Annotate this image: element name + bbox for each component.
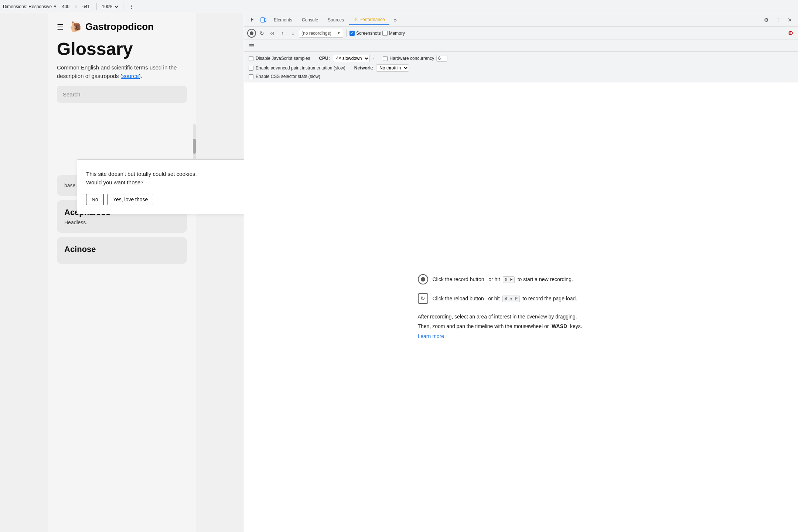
svg-rect-1 <box>265 19 266 21</box>
reload-record-btn[interactable]: ↻ <box>258 29 266 38</box>
cookie-buttons: No Yes, love those <box>86 194 244 205</box>
scrollbar-thumb[interactable] <box>193 139 196 154</box>
after-text-1: After recording, select an area of inter… <box>418 313 577 321</box>
load-profile-btn[interactable]: ↑ <box>278 29 287 38</box>
screenshots-label: Screenshots <box>356 31 381 36</box>
hardware-concurrency-checkbox[interactable] <box>383 56 388 61</box>
cpu-label: CPU: <box>319 56 330 61</box>
cursor-tool-btn[interactable] <box>247 15 258 25</box>
description-after: ). <box>139 73 142 79</box>
tab-elements[interactable]: Elements <box>269 15 297 25</box>
hamburger-icon[interactable]: ☰ <box>57 23 64 31</box>
recordings-placeholder: (no recordings) <box>301 31 331 36</box>
browser-content: ☰ 🐌 Gastropodicon Glossary Common Englis… <box>0 13 244 532</box>
device-toolbar-btn[interactable] <box>258 15 269 25</box>
zoom-select[interactable]: 100% 75% 50% <box>100 4 119 10</box>
page-title: Glossary <box>57 39 187 59</box>
page-description: Common English and scientific terms used… <box>57 64 187 80</box>
learn-more-link[interactable]: Learn more <box>418 332 444 340</box>
cookie-text: This site doesn't but totally could set … <box>86 170 244 187</box>
network-select[interactable]: No throttlin <box>376 64 409 72</box>
screenshots-checkbox[interactable]: ✓ <box>349 31 355 36</box>
record-text-middle: or hit <box>488 276 500 282</box>
devtools-panel: Elements Console Sources ⚠ Performance »… <box>244 13 798 532</box>
tab-elements-label: Elements <box>274 17 292 23</box>
tab-console[interactable]: Console <box>297 15 323 25</box>
record-dot <box>250 31 253 35</box>
hardware-concurrency-toggle[interactable]: Hardware concurrency <box>383 55 448 62</box>
site-header: ☰ 🐌 Gastropodicon <box>48 13 196 39</box>
devtools-main: Click the record button or hit ⌘ E to st… <box>244 82 798 532</box>
settings-row-3: Enable CSS selector stats (slow) <box>249 74 794 79</box>
record-button[interactable] <box>247 29 256 38</box>
memory-toggle[interactable]: Memory <box>382 31 405 36</box>
settings-row-1: Disable JavaScript samples CPU: 4× slowd… <box>249 55 794 62</box>
advanced-paint-toggle[interactable]: Enable advanced paint instrumentation (s… <box>249 65 345 71</box>
memory-label: Memory <box>389 31 405 36</box>
toolbar-divider-v <box>346 30 347 37</box>
more-tabs-btn[interactable]: » <box>390 15 400 25</box>
cpu-group: CPU: 4× slowdown · <box>319 55 374 62</box>
record-instruction-text: Click the record button or hit ⌘ E to st… <box>433 275 573 283</box>
tab-performance[interactable]: ⚠ Performance <box>349 15 389 25</box>
dimensions-label: Dimensions: Responsive ▼ <box>3 4 57 9</box>
performance-warning-icon: ⚠ <box>354 17 358 22</box>
tab-performance-label: Performance <box>359 17 385 22</box>
close-devtools-btn[interactable]: ✕ <box>785 15 795 25</box>
site-title: Gastropodicon <box>85 21 154 33</box>
reload-text-middle: or hit <box>488 296 499 301</box>
devtools-settings: Disable JavaScript samples CPU: 4× slowd… <box>244 52 798 82</box>
after-text-3: keys. <box>570 323 582 329</box>
record-text-before: Click the record button <box>433 276 484 282</box>
cookie-banner: This site doesn't but totally could set … <box>77 159 244 214</box>
capture-settings-btn[interactable]: ⚙ <box>786 29 795 38</box>
svg-rect-2 <box>249 44 254 45</box>
hardware-concurrency-label: Hardware concurrency <box>390 56 434 61</box>
recording-toolbar: ↻ ⊘ ↑ ↓ (no recordings) ▼ ✓ Screenshots … <box>244 27 798 40</box>
record-icon-inline <box>418 274 428 284</box>
cookie-yes-button[interactable]: Yes, love those <box>108 194 153 205</box>
glossary-card-acephalous-desc: Headless. <box>64 219 180 225</box>
more-options-btn[interactable]: ⋮ <box>127 2 136 11</box>
after-text-2: Then, zoom and pan the timeline with the… <box>418 323 549 329</box>
browser-panel: ☰ 🐌 Gastropodicon Glossary Common Englis… <box>0 13 244 532</box>
source-link[interactable]: source <box>122 73 139 79</box>
devtools-nav: Elements Console Sources ⚠ Performance »… <box>244 13 798 27</box>
customize-menu-btn[interactable]: ⋮ <box>773 15 783 25</box>
disable-js-samples-toggle[interactable]: Disable JavaScript samples <box>249 56 310 61</box>
site-wrapper: ☰ 🐌 Gastropodicon Glossary Common Englis… <box>48 13 196 532</box>
record-shortcut: ⌘ E <box>503 276 515 283</box>
css-selector-checkbox[interactable] <box>249 74 253 79</box>
svg-rect-3 <box>249 45 254 46</box>
disable-js-checkbox[interactable] <box>249 56 253 61</box>
cpu-select[interactable]: 4× slowdown <box>333 55 370 62</box>
cookie-text-line1: This site doesn't but totally could set … <box>86 171 197 177</box>
glossary-card-acinose-title: Acinose <box>64 245 180 254</box>
reload-text-before: Click the reload button <box>433 296 484 301</box>
advanced-paint-checkbox[interactable] <box>249 66 253 71</box>
clear-btn[interactable]: ⊘ <box>268 29 277 38</box>
cookie-no-button[interactable]: No <box>86 194 104 205</box>
tab-sources[interactable]: Sources <box>323 15 348 25</box>
screenshots-toggle[interactable]: ✓ Screenshots <box>349 31 381 36</box>
hardware-concurrency-value[interactable] <box>436 55 447 62</box>
css-selector-toggle[interactable]: Enable CSS selector stats (slow) <box>249 74 320 79</box>
layers-icon[interactable] <box>247 41 256 50</box>
dimensions-dropdown-icon[interactable]: ▼ <box>53 4 57 8</box>
cpu-throttle-indicator: · <box>373 57 374 61</box>
width-input[interactable] <box>59 4 72 9</box>
settings-gear-btn[interactable]: ⚙ <box>761 15 771 25</box>
recordings-select[interactable]: (no recordings) ▼ <box>299 29 343 38</box>
reload-shortcut: ⌘ ⇧ E <box>502 296 519 302</box>
height-input[interactable] <box>79 4 93 9</box>
devtools-instructions: Click the record button or hit ⌘ E to st… <box>418 274 625 340</box>
tab-sources-label: Sources <box>328 17 344 23</box>
save-profile-btn[interactable]: ↓ <box>289 29 297 38</box>
toolbar-divider-2 <box>123 3 123 10</box>
settings-row-2: Enable advanced paint instrumentation (s… <box>249 64 794 72</box>
search-input[interactable] <box>57 86 187 103</box>
tab-console-label: Console <box>302 17 318 23</box>
memory-checkbox[interactable] <box>382 31 388 36</box>
reload-text-after: to record the page load. <box>522 296 577 301</box>
after-text-combined: Then, zoom and pan the timeline with the… <box>418 322 582 330</box>
